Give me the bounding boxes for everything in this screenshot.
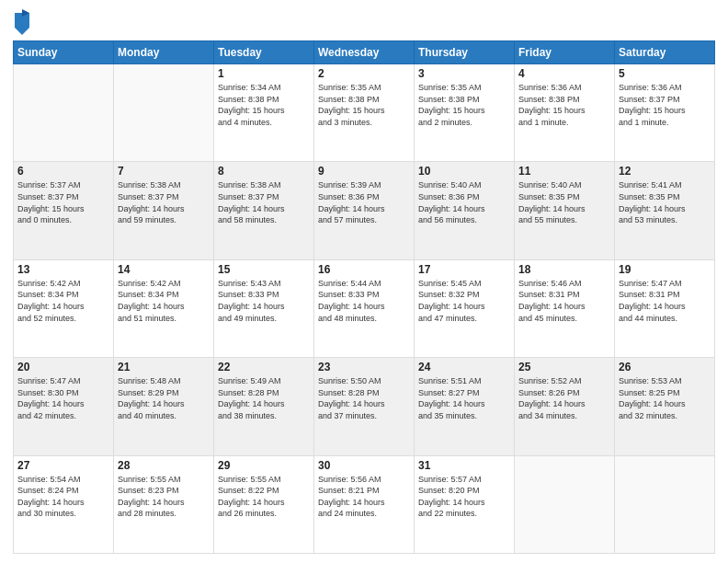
day-number: 16 bbox=[318, 263, 410, 276]
day-info: Sunrise: 5:49 AM Sunset: 8:28 PM Dayligh… bbox=[218, 375, 310, 421]
day-number: 22 bbox=[218, 361, 310, 373]
calendar-cell: 7Sunrise: 5:38 AM Sunset: 8:37 PM Daylig… bbox=[114, 162, 214, 259]
day-number: 15 bbox=[218, 263, 310, 276]
calendar-cell: 10Sunrise: 5:40 AM Sunset: 8:36 PM Dayli… bbox=[415, 162, 515, 259]
week-row-4: 20Sunrise: 5:47 AM Sunset: 8:30 PM Dayli… bbox=[14, 358, 715, 455]
day-number: 31 bbox=[418, 459, 510, 472]
weekday-header-monday: Monday bbox=[114, 41, 214, 64]
logo-icon bbox=[13, 9, 31, 35]
day-number: 8 bbox=[218, 165, 310, 178]
day-info: Sunrise: 5:50 AM Sunset: 8:28 PM Dayligh… bbox=[318, 375, 410, 421]
day-number: 1 bbox=[218, 67, 310, 80]
calendar-cell: 2Sunrise: 5:35 AM Sunset: 8:38 PM Daylig… bbox=[314, 64, 415, 162]
day-number: 13 bbox=[17, 263, 109, 276]
day-number: 5 bbox=[619, 67, 711, 80]
logo bbox=[13, 9, 35, 35]
day-info: Sunrise: 5:45 AM Sunset: 8:32 PM Dayligh… bbox=[418, 278, 510, 324]
calendar-cell: 26Sunrise: 5:53 AM Sunset: 8:25 PM Dayli… bbox=[615, 358, 715, 455]
day-info: Sunrise: 5:42 AM Sunset: 8:34 PM Dayligh… bbox=[17, 278, 109, 324]
day-number: 30 bbox=[318, 459, 410, 472]
calendar-cell: 6Sunrise: 5:37 AM Sunset: 8:37 PM Daylig… bbox=[14, 162, 114, 259]
calendar-cell: 30Sunrise: 5:56 AM Sunset: 8:21 PM Dayli… bbox=[314, 455, 415, 553]
weekday-header-wednesday: Wednesday bbox=[314, 41, 415, 64]
day-number: 25 bbox=[518, 361, 610, 373]
day-number: 14 bbox=[118, 263, 210, 276]
calendar-cell: 12Sunrise: 5:41 AM Sunset: 8:35 PM Dayli… bbox=[615, 162, 715, 259]
weekday-header-friday: Friday bbox=[515, 41, 615, 64]
day-info: Sunrise: 5:38 AM Sunset: 8:37 PM Dayligh… bbox=[118, 179, 210, 225]
day-number: 23 bbox=[318, 361, 410, 373]
day-info: Sunrise: 5:34 AM Sunset: 8:38 PM Dayligh… bbox=[218, 82, 310, 128]
day-info: Sunrise: 5:44 AM Sunset: 8:33 PM Dayligh… bbox=[318, 278, 410, 324]
calendar-cell: 15Sunrise: 5:43 AM Sunset: 8:33 PM Dayli… bbox=[214, 259, 314, 357]
calendar-cell: 25Sunrise: 5:52 AM Sunset: 8:26 PM Dayli… bbox=[515, 358, 615, 455]
week-row-5: 27Sunrise: 5:54 AM Sunset: 8:24 PM Dayli… bbox=[14, 455, 715, 553]
day-number: 26 bbox=[619, 361, 711, 373]
weekday-header-thursday: Thursday bbox=[415, 41, 515, 64]
weekday-header-saturday: Saturday bbox=[615, 41, 715, 64]
calendar-cell: 9Sunrise: 5:39 AM Sunset: 8:36 PM Daylig… bbox=[314, 162, 415, 259]
day-number: 27 bbox=[17, 459, 109, 472]
calendar-cell: 31Sunrise: 5:57 AM Sunset: 8:20 PM Dayli… bbox=[415, 455, 515, 553]
day-info: Sunrise: 5:35 AM Sunset: 8:38 PM Dayligh… bbox=[418, 82, 510, 128]
calendar-cell bbox=[114, 64, 214, 162]
page: SundayMondayTuesdayWednesdayThursdayFrid… bbox=[0, 0, 728, 563]
day-info: Sunrise: 5:54 AM Sunset: 8:24 PM Dayligh… bbox=[17, 474, 109, 520]
day-info: Sunrise: 5:53 AM Sunset: 8:25 PM Dayligh… bbox=[619, 375, 711, 421]
day-number: 19 bbox=[619, 263, 711, 276]
day-number: 17 bbox=[418, 263, 510, 276]
weekday-header-sunday: Sunday bbox=[14, 41, 114, 64]
day-info: Sunrise: 5:41 AM Sunset: 8:35 PM Dayligh… bbox=[619, 179, 711, 225]
calendar-cell bbox=[615, 455, 715, 553]
weekday-header-row: SundayMondayTuesdayWednesdayThursdayFrid… bbox=[14, 41, 715, 64]
day-number: 4 bbox=[518, 67, 610, 80]
day-number: 18 bbox=[518, 263, 610, 276]
day-info: Sunrise: 5:39 AM Sunset: 8:36 PM Dayligh… bbox=[318, 179, 410, 225]
day-info: Sunrise: 5:43 AM Sunset: 8:33 PM Dayligh… bbox=[218, 278, 310, 324]
calendar-cell: 17Sunrise: 5:45 AM Sunset: 8:32 PM Dayli… bbox=[415, 259, 515, 357]
week-row-1: 1Sunrise: 5:34 AM Sunset: 8:38 PM Daylig… bbox=[14, 64, 715, 162]
day-info: Sunrise: 5:47 AM Sunset: 8:30 PM Dayligh… bbox=[17, 375, 109, 421]
week-row-2: 6Sunrise: 5:37 AM Sunset: 8:37 PM Daylig… bbox=[14, 162, 715, 259]
calendar-cell: 1Sunrise: 5:34 AM Sunset: 8:38 PM Daylig… bbox=[214, 64, 314, 162]
day-info: Sunrise: 5:46 AM Sunset: 8:31 PM Dayligh… bbox=[518, 278, 610, 324]
day-number: 24 bbox=[418, 361, 510, 373]
day-info: Sunrise: 5:47 AM Sunset: 8:31 PM Dayligh… bbox=[619, 278, 711, 324]
day-number: 11 bbox=[518, 165, 610, 178]
day-number: 2 bbox=[318, 67, 410, 80]
day-number: 6 bbox=[17, 165, 109, 178]
day-info: Sunrise: 5:40 AM Sunset: 8:35 PM Dayligh… bbox=[518, 179, 610, 225]
day-number: 10 bbox=[418, 165, 510, 178]
calendar-cell: 11Sunrise: 5:40 AM Sunset: 8:35 PM Dayli… bbox=[515, 162, 615, 259]
day-number: 20 bbox=[17, 361, 109, 373]
day-number: 28 bbox=[118, 459, 210, 472]
calendar-cell: 28Sunrise: 5:55 AM Sunset: 8:23 PM Dayli… bbox=[114, 455, 214, 553]
day-info: Sunrise: 5:35 AM Sunset: 8:38 PM Dayligh… bbox=[318, 82, 410, 128]
calendar-cell: 23Sunrise: 5:50 AM Sunset: 8:28 PM Dayli… bbox=[314, 358, 415, 455]
calendar-cell: 14Sunrise: 5:42 AM Sunset: 8:34 PM Dayli… bbox=[114, 259, 214, 357]
day-info: Sunrise: 5:40 AM Sunset: 8:36 PM Dayligh… bbox=[418, 179, 510, 225]
day-number: 9 bbox=[318, 165, 410, 178]
calendar-table: SundayMondayTuesdayWednesdayThursdayFrid… bbox=[13, 40, 715, 554]
calendar-cell: 13Sunrise: 5:42 AM Sunset: 8:34 PM Dayli… bbox=[14, 259, 114, 357]
top-bar bbox=[13, 9, 715, 35]
day-info: Sunrise: 5:42 AM Sunset: 8:34 PM Dayligh… bbox=[118, 278, 210, 324]
day-info: Sunrise: 5:52 AM Sunset: 8:26 PM Dayligh… bbox=[518, 375, 610, 421]
day-info: Sunrise: 5:37 AM Sunset: 8:37 PM Dayligh… bbox=[17, 179, 109, 225]
calendar-cell: 4Sunrise: 5:36 AM Sunset: 8:38 PM Daylig… bbox=[515, 64, 615, 162]
weekday-header-tuesday: Tuesday bbox=[214, 41, 314, 64]
day-info: Sunrise: 5:57 AM Sunset: 8:20 PM Dayligh… bbox=[418, 474, 510, 520]
calendar-cell: 20Sunrise: 5:47 AM Sunset: 8:30 PM Dayli… bbox=[14, 358, 114, 455]
calendar-cell bbox=[14, 64, 114, 162]
calendar-cell: 19Sunrise: 5:47 AM Sunset: 8:31 PM Dayli… bbox=[615, 259, 715, 357]
day-info: Sunrise: 5:56 AM Sunset: 8:21 PM Dayligh… bbox=[318, 474, 410, 520]
day-number: 29 bbox=[218, 459, 310, 472]
calendar-cell: 24Sunrise: 5:51 AM Sunset: 8:27 PM Dayli… bbox=[415, 358, 515, 455]
day-info: Sunrise: 5:55 AM Sunset: 8:23 PM Dayligh… bbox=[118, 474, 210, 520]
calendar-cell: 22Sunrise: 5:49 AM Sunset: 8:28 PM Dayli… bbox=[214, 358, 314, 455]
calendar-cell: 8Sunrise: 5:38 AM Sunset: 8:37 PM Daylig… bbox=[214, 162, 314, 259]
day-info: Sunrise: 5:51 AM Sunset: 8:27 PM Dayligh… bbox=[418, 375, 510, 421]
day-info: Sunrise: 5:36 AM Sunset: 8:37 PM Dayligh… bbox=[619, 82, 711, 128]
day-number: 7 bbox=[118, 165, 210, 178]
calendar-cell: 29Sunrise: 5:55 AM Sunset: 8:22 PM Dayli… bbox=[214, 455, 314, 553]
